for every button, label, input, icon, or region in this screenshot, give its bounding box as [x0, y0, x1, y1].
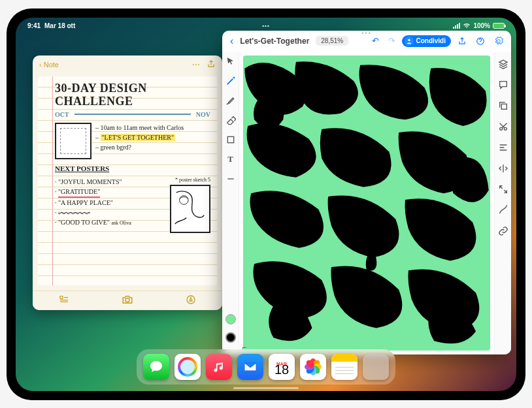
- poster-1: "JOYFUL MOMENTS": [58, 178, 122, 185]
- wb-multitask-dots-icon[interactable]: •••: [361, 31, 371, 36]
- note-title: 30-DAY DESIGN CHALLENGE: [55, 82, 210, 108]
- poster-4-strike: ~~~~~~~~~: [58, 209, 90, 216]
- bullet-1: 10am to 11am meet with Carlos: [101, 124, 184, 131]
- bullet-3: green bgrd?: [101, 144, 131, 151]
- ipad-frame: 9:41 Mar 18 ott ••• 100% ‹ Note ⋯: [7, 8, 525, 400]
- curve-icon[interactable]: [497, 204, 509, 216]
- app-calendar[interactable]: MAR18: [269, 354, 295, 380]
- notes-toolbar: ‹ Note ⋯: [33, 55, 222, 74]
- poster-3: "A HAPPY PLACE": [58, 199, 113, 206]
- section-header: NEXT POSTERS: [55, 163, 210, 174]
- poster-5: "GOOD TO GIVE": [58, 219, 110, 226]
- left-toolbar: T: [222, 52, 239, 354]
- line-tool[interactable]: [225, 173, 237, 185]
- pen-tool[interactable]: [225, 75, 237, 87]
- cut-icon[interactable]: [497, 121, 509, 133]
- month-from: OCT: [55, 109, 69, 120]
- ask-oliva: ask Oliva: [111, 220, 131, 226]
- flip-icon[interactable]: [497, 163, 509, 174]
- camera-icon[interactable]: [122, 294, 133, 307]
- svg-rect-1: [60, 296, 63, 298]
- multitask-dots-icon[interactable]: •••: [262, 23, 269, 29]
- svg-point-2: [125, 298, 129, 302]
- poster-2: "GRATITUDE": [58, 187, 100, 198]
- notes-window[interactable]: ‹ Note ⋯ 30-DAY DESIGN CHALLENGE OCT NOV: [33, 55, 222, 310]
- color-swatch-green[interactable]: [225, 314, 236, 324]
- app-music[interactable]: [206, 354, 232, 380]
- svg-point-4: [408, 39, 410, 40]
- shape-tool[interactable]: [225, 134, 237, 146]
- app-messages[interactable]: [143, 354, 169, 380]
- wb-back-button[interactable]: ‹: [227, 35, 236, 47]
- svg-rect-7: [501, 104, 507, 109]
- ipad-screen: 9:41 Mar 18 ott ••• 100% ‹ Note ⋯: [16, 18, 516, 391]
- app-mail[interactable]: [237, 354, 263, 380]
- brush-tool[interactable]: [225, 95, 237, 106]
- transform-icon[interactable]: [497, 183, 509, 195]
- app-library[interactable]: [363, 354, 389, 380]
- wifi-icon: [463, 22, 471, 30]
- notes-more-icon[interactable]: ⋯: [192, 60, 201, 69]
- notes-share-icon[interactable]: [207, 59, 216, 70]
- bullet-2: "LET'S GET TOGETHER": [101, 134, 176, 141]
- export-icon[interactable]: [455, 37, 469, 46]
- text-tool[interactable]: T: [225, 153, 237, 165]
- settings-icon[interactable]: [491, 37, 506, 46]
- help-icon[interactable]: [473, 37, 488, 46]
- home-indicator[interactable]: [233, 387, 299, 389]
- color-swatch-black[interactable]: [225, 332, 236, 343]
- poster-sketch-5: [170, 185, 210, 233]
- battery-pct: 100%: [473, 22, 490, 29]
- layers-icon[interactable]: [497, 58, 509, 70]
- timeline-line: [75, 114, 191, 115]
- link-icon[interactable]: [497, 225, 509, 237]
- notes-bottom-toolbar: [33, 290, 222, 310]
- app-notes[interactable]: [331, 354, 357, 380]
- undo-button[interactable]: ↶: [369, 36, 382, 46]
- avatar-icon: [405, 37, 414, 46]
- markup-icon[interactable]: [186, 294, 196, 307]
- wb-title: Let's-Get-Together: [240, 37, 309, 46]
- artwork-canvas[interactable]: [243, 55, 490, 351]
- notes-paper[interactable]: 30-DAY DESIGN CHALLENGE OCT NOV – 10am t…: [38, 76, 217, 285]
- eraser-tool[interactable]: [225, 114, 237, 126]
- status-time: 9:41: [27, 22, 41, 29]
- app-photos[interactable]: [300, 354, 326, 380]
- redo-button[interactable]: ↷: [386, 36, 398, 46]
- status-date: Mar 18 ott: [44, 22, 75, 29]
- poster-sketch-1: [55, 123, 91, 159]
- dock: MAR18: [137, 349, 395, 384]
- canvas-area[interactable]: ⌐: [239, 52, 494, 354]
- month-to: NOV: [196, 109, 210, 120]
- duplicate-icon[interactable]: [497, 100, 509, 112]
- comment-icon[interactable]: [497, 79, 509, 91]
- battery-icon: [493, 23, 505, 29]
- svg-rect-6: [227, 136, 233, 142]
- align-icon[interactable]: [497, 142, 509, 153]
- whiteboard-titlebar: ••• ‹ Let's-Get-Together 28,51% ↶ ↷ Cond…: [222, 31, 511, 52]
- notes-back-button[interactable]: ‹ Note: [39, 61, 59, 69]
- signal-icon: [453, 23, 460, 29]
- status-bar: 9:41 Mar 18 ott ••• 100%: [16, 20, 516, 32]
- sketch-label: poster sketch 5: [179, 177, 210, 183]
- checklist-icon[interactable]: [59, 294, 69, 307]
- right-toolbar: [494, 52, 511, 354]
- wb-zoom-control[interactable]: 28,51%: [316, 36, 348, 46]
- selection-tool[interactable]: [225, 55, 237, 67]
- app-safari[interactable]: [175, 354, 201, 380]
- whiteboard-window[interactable]: ••• ‹ Let's-Get-Together 28,51% ↶ ↷ Cond…: [222, 31, 511, 354]
- share-button[interactable]: Condividi: [402, 35, 451, 47]
